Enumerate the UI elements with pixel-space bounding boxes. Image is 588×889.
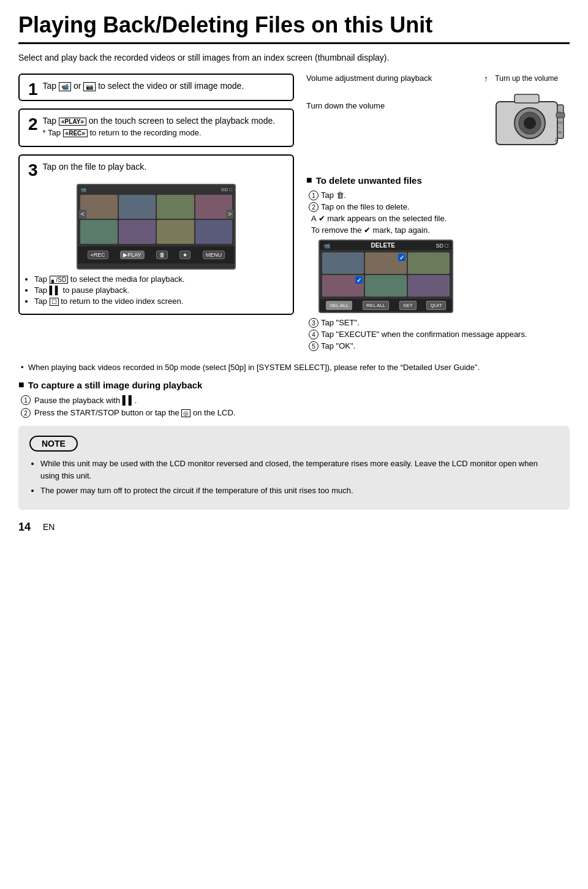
- svg-text:VOL.: VOL.: [557, 121, 564, 124]
- delete-step-2a: A ✔ mark appears on the selected file.: [309, 214, 570, 223]
- capture-section: To capture a still image during playback…: [18, 379, 570, 417]
- capture-step-2: 2 Press the START/STOP button or tap the…: [21, 408, 570, 417]
- step-3-number: 3: [28, 162, 38, 179]
- delete-step-4-num: 4: [309, 330, 318, 339]
- rel-all-button[interactable]: REL ALL: [363, 301, 389, 310]
- capture-step-1: 1 Pause the playback with ▌▌.: [21, 395, 570, 405]
- home-icon: ☐: [50, 298, 59, 306]
- delete-screen-video-icon: 📹: [323, 243, 330, 249]
- delete-screen-label: DELETE: [371, 242, 395, 249]
- delete-step-3-num: 3: [309, 318, 318, 328]
- video-mode-icon: 📹: [59, 82, 71, 91]
- quit-button[interactable]: QUIT: [426, 301, 445, 310]
- step-1-number: 1: [28, 81, 38, 98]
- note-bullet-2: The power may turn off to protect the ci…: [40, 485, 559, 497]
- checkmark-icon-2: ✔: [364, 225, 371, 235]
- step-1-box: 1 Tap 📹 or 📷 to select the video or stil…: [18, 74, 294, 101]
- step-1-text: Tap 📹 or 📷 to select the video or still …: [43, 81, 284, 91]
- volume-text: Volume adjustment during playback Turn d…: [306, 74, 478, 110]
- delete-step-3: 3 Tap "SET".: [309, 318, 570, 327]
- note-bullet-1: While this unit may be used with the LCD…: [40, 458, 559, 482]
- turn-down-label: Turn down the volume: [306, 101, 478, 110]
- delete-step-5-num: 5: [309, 341, 318, 351]
- screen-video-icon: 📹: [80, 187, 86, 192]
- step-3-box: 3 Tap on the file to play back. 📹 SD □: [18, 154, 294, 315]
- delete-step-1-num: 1: [309, 191, 318, 200]
- sel-all-button[interactable]: SEL ALL: [326, 301, 352, 310]
- svg-text:−: −: [558, 126, 560, 129]
- svg-text:W: W: [558, 131, 562, 134]
- camera-device-diagram: Turn up the volume T + VOL. −: [484, 74, 570, 165]
- svg-rect-11: [556, 113, 565, 118]
- delete-steps-list: 1 Tap 🗑. 2 Tap on the files to delete. A…: [306, 191, 570, 235]
- start-stop-icon: ◎: [181, 409, 190, 417]
- turn-up-arrow: Turn up the volume: [484, 74, 570, 83]
- screen-sd-icon: SD □: [221, 187, 232, 192]
- thumb-3: [157, 195, 194, 219]
- volume-diagram: Volume adjustment during playback Turn d…: [306, 74, 570, 165]
- main-layout: 1 Tap 📹 or 📷 to select the video or stil…: [18, 74, 570, 353]
- rec-button-icon: «REC»: [63, 129, 88, 137]
- capture-section-header: To capture a still image during playback: [18, 379, 570, 390]
- screen-nav-right-icon: >: [226, 210, 233, 219]
- toolbar-rec-btn: «REC: [88, 251, 108, 259]
- camera-mode-icon: 📷: [83, 82, 96, 91]
- delete-step-2-num: 2: [309, 202, 318, 212]
- toolbar-play-btn: ▶PLAY: [120, 251, 144, 259]
- bottom-note: When playing back videos recorded in 50p…: [18, 363, 570, 372]
- svg-text:↓: ↓: [554, 135, 557, 143]
- checkmark-icon: ✔: [318, 214, 325, 223]
- delete-toolbar: SEL ALL REL ALL SET QUIT: [320, 299, 452, 312]
- right-column: Volume adjustment during playback Turn d…: [306, 74, 570, 353]
- delete-screen-header: 📹 DELETE SD □: [320, 241, 452, 250]
- left-column: 1 Tap 📹 or 📷 to select the video or stil…: [18, 74, 294, 353]
- set-button[interactable]: SET: [399, 301, 417, 310]
- camera-svg: T + VOL. − W ↓: [484, 83, 570, 163]
- pause-icon-inline: ▌▌: [123, 395, 135, 405]
- pause-icon: ▌▌: [50, 286, 61, 295]
- thumbnail-grid: [78, 185, 235, 246]
- delete-step-2b: To remove the ✔ mark, tap again.: [309, 225, 570, 235]
- volume-label: Volume adjustment during playback: [306, 74, 478, 83]
- delete-screen-mockup: 📹 DELETE SD □ SEL ALL REL ALL SET QUI: [318, 240, 453, 313]
- thumb-8: [195, 220, 233, 244]
- step-2-main: Tap «PLAY» on the touch screen to select…: [43, 116, 284, 126]
- step-3-bullet-3: Tap ☐ to return to the video index scree…: [34, 297, 284, 306]
- screen-header-icons: 📹 SD □: [80, 187, 232, 192]
- delete-screen-sd-icon: SD □: [436, 243, 448, 249]
- step-3-bullet-1: Tap ▖/SD to select the media for playbac…: [34, 274, 284, 284]
- svg-rect-4: [514, 94, 539, 103]
- page-number: 14: [18, 521, 31, 534]
- thumb-7: [157, 220, 194, 244]
- del-thumb-2: [365, 252, 407, 274]
- thumb-2: [119, 195, 156, 219]
- capture-step-2-num: 2: [21, 408, 31, 418]
- delete-thumb-grid: [320, 250, 452, 299]
- play-button-icon: «PLAY»: [59, 118, 86, 126]
- step-3-bullet-2: Tap ▌▌ to pause playback.: [34, 286, 284, 295]
- step-3-main: Tap on the file to play back.: [43, 162, 147, 172]
- del-thumb-4: [322, 275, 364, 297]
- delete-step-5: 5 Tap "OK".: [309, 341, 570, 350]
- del-thumb-6: [408, 275, 450, 297]
- turn-up-label: Turn up the volume: [495, 74, 558, 83]
- note-bullets-list: While this unit may be used with the LCD…: [29, 458, 559, 497]
- playback-screen-mockup: 📹 SD □ < > «REC ▶PLAY: [77, 184, 236, 270]
- intro-text: Select and play back the recorded videos…: [18, 53, 570, 62]
- step-2-number: 2: [28, 116, 38, 133]
- toolbar-delete-btn: 🗑: [156, 251, 168, 259]
- del-thumb-5: [365, 275, 407, 297]
- del-thumb-1: [322, 252, 364, 274]
- screen-nav-left-icon: <: [79, 210, 86, 219]
- page-language: EN: [43, 522, 55, 532]
- page-title: Playing Back/Deleting Files on this Unit: [18, 12, 570, 44]
- step-2-box: 2 Tap «PLAY» on the touch screen to sele…: [18, 108, 294, 147]
- page-footer: 14 EN: [18, 521, 570, 534]
- trash-icon: 🗑: [336, 191, 344, 200]
- del-thumb-3: [408, 252, 450, 274]
- media-icon: ▖/SD: [50, 276, 69, 284]
- delete-step-4: 4 Tap "EXECUTE" when the confirmation me…: [309, 330, 570, 339]
- note-box: NOTE While this unit may be used with th…: [18, 426, 570, 510]
- toolbar-menu-btn: MENU: [203, 251, 225, 259]
- step-2-subnote: * Tap «REC» to return to the recording m…: [43, 128, 284, 137]
